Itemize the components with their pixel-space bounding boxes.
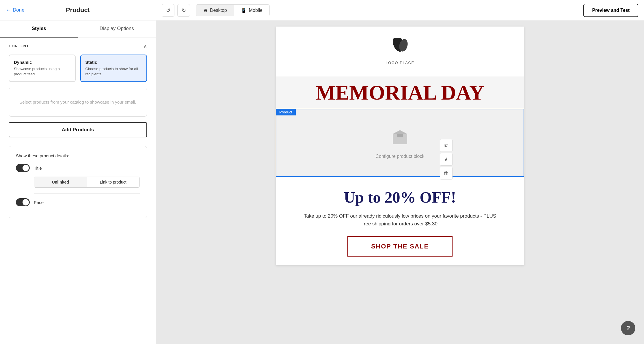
panel-header: ← Done Product	[0, 0, 156, 20]
add-products-button[interactable]: Add Products	[9, 122, 147, 137]
delete-toolbar-button[interactable]: 🗑	[440, 167, 453, 180]
tab-bar: Styles Display Options	[0, 20, 156, 38]
left-panel: ← Done Product Styles Display Options CO…	[0, 0, 156, 344]
product-block-wrapper[interactable]: Product Configure product block	[276, 109, 524, 177]
desktop-label: Desktop	[210, 8, 227, 13]
offer-section: Up to 20% OFF! Take up to 20% OFF our al…	[276, 177, 524, 265]
shop-the-sale-button[interactable]: SHOP THE SALE	[347, 236, 453, 257]
tab-display-options[interactable]: Display Options	[78, 20, 156, 38]
dynamic-card[interactable]: Dynamic Showcase products using a produc…	[9, 55, 76, 82]
mobile-label: Mobile	[249, 8, 263, 13]
memorial-banner: MEMORIAL DAY	[276, 76, 524, 109]
title-toggle-row: Title	[16, 164, 140, 172]
favorite-toolbar-button[interactable]: ★	[440, 153, 453, 166]
undo-button[interactable]: ↺	[162, 4, 174, 17]
mobile-icon: 📱	[241, 8, 247, 13]
done-button[interactable]: ← Done	[6, 7, 25, 13]
link-option-unlinked[interactable]: Unlinked	[34, 177, 87, 187]
product-block-content: Configure product block	[276, 109, 524, 176]
dynamic-card-desc: Showcase products using a product feed.	[14, 66, 70, 77]
memorial-title: MEMORIAL DAY	[282, 82, 518, 103]
panel-title: Product	[66, 6, 90, 14]
email-container: LOGO PLACE MEMORIAL DAY Product	[276, 27, 524, 265]
floating-toolbar: ⧉ ★ 🗑	[440, 139, 453, 180]
desktop-tab[interactable]: 🖥 Desktop	[196, 5, 234, 16]
static-card-title: Static	[85, 60, 142, 65]
logo-text: LOGO PLACE	[282, 61, 518, 65]
static-card[interactable]: Static Choose products to show for all r…	[80, 55, 147, 82]
copy-toolbar-button[interactable]: ⧉	[440, 139, 453, 152]
help-button[interactable]: ?	[621, 321, 635, 335]
tab-styles[interactable]: Styles	[0, 20, 78, 38]
product-tag: Product	[276, 109, 296, 115]
delete-icon: 🗑	[444, 170, 449, 176]
collapse-button[interactable]: ∧	[144, 43, 147, 49]
link-option-link-to-product[interactable]: Link to product	[87, 177, 140, 187]
product-details-box: Show these product details: Title Unlink…	[9, 146, 147, 218]
product-details-title: Show these product details:	[16, 153, 140, 158]
dynamic-card-title: Dynamic	[14, 60, 70, 65]
price-toggle[interactable]	[16, 198, 30, 206]
content-section-header: CONTENT ∧	[0, 38, 156, 55]
mobile-tab[interactable]: 📱 Mobile	[234, 5, 269, 16]
copy-icon: ⧉	[444, 143, 448, 149]
static-card-desc: Choose products to show for all recipien…	[85, 66, 142, 77]
product-box-icon	[282, 127, 518, 151]
desktop-icon: 🖥	[203, 8, 208, 13]
link-options: Unlinked Link to product	[34, 177, 140, 188]
content-type-row: Dynamic Showcase products using a produc…	[0, 55, 156, 88]
preview-button[interactable]: Preview and Test	[583, 4, 638, 17]
title-toggle-label: Title	[34, 166, 42, 171]
price-toggle-row: Price	[16, 198, 140, 206]
back-arrow-icon: ←	[6, 7, 11, 13]
redo-button[interactable]: ↻	[177, 4, 190, 17]
product-select-box: Select products from your catalog to sho…	[9, 88, 147, 117]
offer-title: Up to 20% OFF!	[293, 188, 507, 206]
email-logo-area: LOGO PLACE	[276, 27, 524, 76]
done-label: Done	[13, 7, 25, 13]
content-label: CONTENT	[9, 44, 29, 48]
offer-desc: Take up to 20% OFF our already ridiculou…	[302, 212, 498, 228]
view-tabs: 🖥 Desktop 📱 Mobile	[196, 4, 270, 16]
email-preview-wrapper: ⧉ ★ 🗑 LOGO PLACE	[156, 21, 644, 344]
svg-marker-3	[393, 130, 407, 134]
title-toggle[interactable]	[16, 164, 30, 172]
price-toggle-label: Price	[34, 200, 44, 205]
right-side: ↺ ↻ 🖥 Desktop 📱 Mobile Preview and Test …	[156, 0, 644, 344]
logo-icon	[388, 38, 412, 58]
product-placeholder: Select products from your catalog to sho…	[19, 99, 136, 106]
configure-text: Configure product block	[282, 154, 518, 159]
top-bar: ↺ ↻ 🖥 Desktop 📱 Mobile Preview and Test	[156, 0, 644, 21]
star-icon: ★	[444, 156, 448, 162]
divider	[34, 193, 140, 194]
svg-rect-4	[397, 134, 403, 137]
